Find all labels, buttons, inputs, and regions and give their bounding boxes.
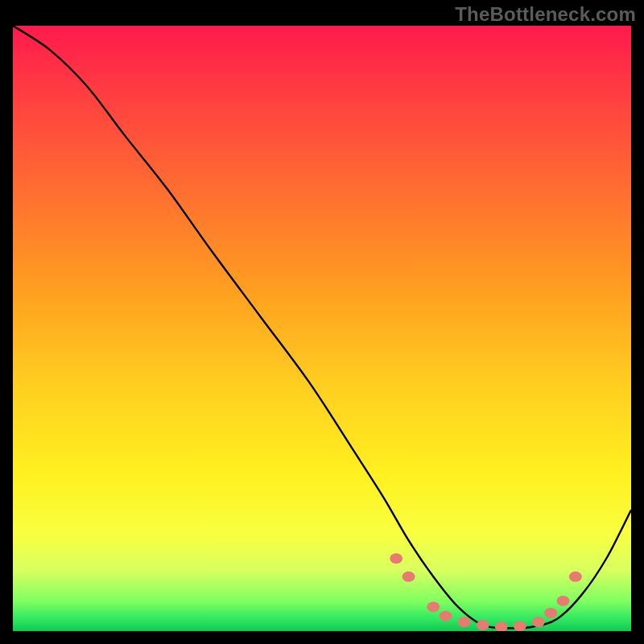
marker-dot [532,617,545,627]
chart-container: TheBottleneck.com [0,0,644,644]
marker-dot [402,572,415,582]
plot-area [11,24,633,633]
watermark-text: TheBottleneck.com [455,3,636,26]
marker-dot [458,617,471,627]
marker-dot [557,596,570,606]
marker-dot [495,621,508,631]
marker-dots [13,26,631,631]
marker-dot [544,608,557,618]
marker-dot [569,572,582,582]
marker-dot [514,621,526,631]
marker-dot [477,620,489,630]
marker-dot [390,553,402,564]
marker-dot [440,611,452,621]
marker-dot [427,601,440,612]
